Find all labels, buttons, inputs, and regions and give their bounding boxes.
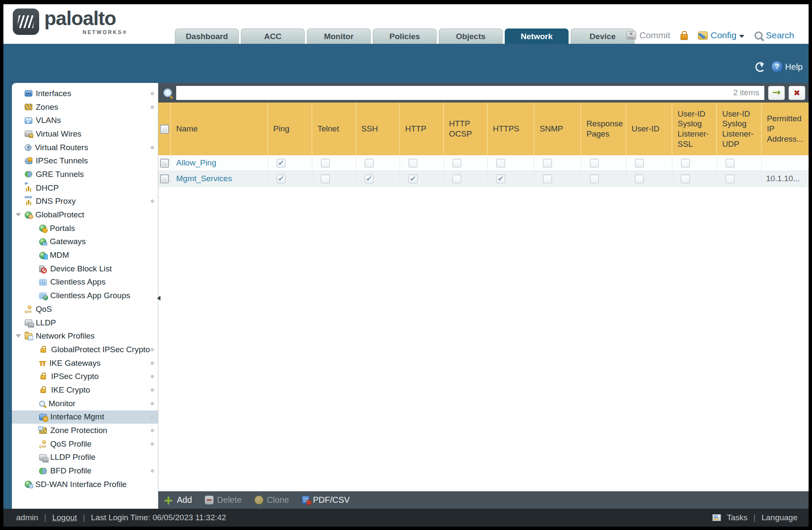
telnet-checkbox[interactable] [321, 174, 330, 183]
sidebar-item-qos[interactable]: QoS [12, 302, 158, 316]
sidebar-item-qos-profile[interactable]: QoS Profile [12, 437, 158, 451]
https-checkbox[interactable] [496, 159, 505, 168]
sidebar-item-zone-protection[interactable]: Zone Protection [12, 424, 158, 437]
tab-monitor[interactable]: Monitor [307, 28, 371, 44]
sidebar-item-vlans[interactable]: VLANs [12, 114, 158, 127]
help-button[interactable]: ? Help [771, 61, 803, 73]
response_pages-checkbox[interactable] [590, 159, 599, 168]
ssh-checkbox[interactable] [365, 159, 374, 168]
sidebar-item-globalprotect-ipsec-crypto[interactable]: GlobalProtect IPSec Crypto [12, 343, 158, 356]
sidebar-item-dhcp[interactable]: DHCP [12, 181, 158, 195]
column-header-name[interactable]: Name [171, 103, 268, 155]
sidebar-collapse-arrow[interactable] [157, 296, 160, 301]
sidebar-item-sd-wan-interface-profile[interactable]: SD-WAN Interface Profile [12, 478, 158, 491]
column-header-response_pages[interactable]: Response Pages [581, 103, 626, 155]
ssh-checkbox[interactable] [365, 174, 374, 183]
clone-button[interactable]: Clone [254, 495, 289, 505]
column-header-telnet[interactable]: Telnet [312, 103, 356, 155]
sidebar-item-virtual-routers[interactable]: Virtual Routers [12, 141, 158, 154]
uid_syslog_ssl-checkbox[interactable] [681, 159, 690, 168]
column-header-uid_syslog_udp[interactable]: User-ID Syslog Listener-UDP [717, 103, 762, 155]
https-checkbox[interactable] [496, 174, 505, 183]
sidebar-item-clientless-apps[interactable]: Clientless Apps [12, 276, 158, 289]
tab-policies[interactable]: Policies [373, 28, 437, 44]
expand-arrow-icon[interactable] [16, 213, 21, 217]
column-header-ping[interactable]: Ping [268, 103, 312, 155]
config-menu-button[interactable]: Config [698, 30, 745, 40]
sidebar-item-globalprotect[interactable]: GlobalProtect [12, 208, 158, 222]
row-select-checkbox[interactable] [160, 159, 169, 168]
tab-network[interactable]: Network [505, 28, 569, 44]
snmp-checkbox[interactable] [543, 159, 552, 168]
column-header-http[interactable]: HTTP [400, 103, 444, 155]
column-header-user_id[interactable]: User-ID [626, 103, 672, 155]
column-header-select[interactable] [158, 103, 171, 155]
tab-device[interactable]: Device [571, 28, 635, 44]
snmp-checkbox[interactable] [543, 174, 552, 183]
user_id-checkbox[interactable] [635, 159, 644, 168]
response_pages-checkbox[interactable] [590, 174, 599, 183]
ping-checkbox[interactable] [277, 174, 286, 183]
sidebar-item-ipsec-tunnels[interactable]: IPSec Tunnels [12, 154, 158, 168]
refresh-icon[interactable] [755, 62, 765, 72]
uid_syslog_ssl-checkbox[interactable] [681, 174, 690, 183]
sidebar-item-gateways[interactable]: Gateways [12, 235, 158, 249]
global-search-button[interactable]: Search [755, 30, 794, 40]
sidebar-item-interface-mgmt[interactable]: Interface Mgmt [12, 410, 158, 424]
sidebar: InterfacesZonesVLANsVirtual WiresVirtual… [12, 83, 158, 509]
tasks-icon [712, 514, 721, 521]
config-lock-button[interactable] [680, 31, 688, 40]
telnet-checkbox[interactable] [321, 159, 330, 168]
column-header-https[interactable]: HTTPS [488, 103, 535, 155]
select-all-checkbox[interactable] [160, 125, 169, 134]
sidebar-item-device-block-list[interactable]: Device Block List [12, 262, 158, 276]
status-footer: admin | Logout | Last Login Time: 06/05/… [3, 509, 809, 527]
uid_syslog_udp-checkbox[interactable] [726, 159, 735, 168]
delete-button[interactable]: Delete [205, 495, 242, 505]
pdf-csv-button[interactable]: PDF/CSV [302, 495, 350, 505]
sidebar-item-virtual-wires[interactable]: Virtual Wires [12, 127, 158, 141]
profile-name-link[interactable]: Mgmt_Services [171, 174, 232, 183]
sidebar-item-bfd-profile[interactable]: BFD Profile [12, 464, 158, 478]
profile-name-link[interactable]: Allow_Ping [171, 158, 216, 168]
add-button[interactable]: + Add [163, 495, 192, 505]
sidebar-item-portals[interactable]: Portals [12, 222, 158, 235]
clear-filter-button[interactable]: ✖ [789, 86, 805, 100]
sidebar-item-interfaces[interactable]: Interfaces [12, 87, 158, 100]
commit-button[interactable]: Commit [626, 30, 670, 40]
sidebar-item-monitor[interactable]: Monitor [12, 397, 158, 410]
sidebar-item-mdm[interactable]: MDM [12, 248, 158, 262]
logout-link[interactable]: Logout [52, 513, 77, 522]
column-header-ssh[interactable]: SSH [356, 103, 400, 155]
column-header-permitted_ip[interactable]: Permitted IP Address... [762, 103, 809, 155]
tab-objects[interactable]: Objects [439, 28, 503, 44]
ping-checkbox[interactable] [277, 159, 286, 168]
column-header-uid_syslog_ssl[interactable]: User-ID Syslog Listener-SSL [672, 103, 717, 155]
tab-dashboard[interactable]: Dashboard [175, 28, 239, 44]
filter-search-input[interactable] [176, 86, 764, 100]
sidebar-item-dns-proxy[interactable]: DNS Proxy [12, 195, 158, 208]
http_ocsp-checkbox[interactable] [452, 159, 461, 168]
sidebar-item-ike-gateways[interactable]: IKE Gateways [12, 356, 158, 370]
sidebar-item-zones[interactable]: Zones [12, 100, 158, 114]
language-link[interactable]: Language [761, 513, 798, 522]
sidebar-item-lldp[interactable]: LLDP [12, 316, 158, 330]
tasks-link[interactable]: Tasks [727, 513, 748, 522]
tab-acc[interactable]: ACC [241, 28, 305, 44]
column-header-http_ocsp[interactable]: HTTP OCSP [444, 103, 488, 155]
uid_syslog_udp-checkbox[interactable] [726, 174, 735, 183]
column-header-snmp[interactable]: SNMP [535, 103, 581, 155]
apply-filter-button[interactable]: → [768, 86, 785, 100]
expand-arrow-icon[interactable] [16, 334, 21, 338]
sidebar-item-ipsec-crypto[interactable]: IPSec Crypto [12, 370, 158, 383]
sidebar-item-network-profiles[interactable]: Network Profiles [12, 329, 158, 343]
http_ocsp-checkbox[interactable] [452, 174, 461, 183]
sidebar-item-ike-crypto[interactable]: IKE Crypto [12, 383, 158, 397]
sidebar-item-clientless-app-groups[interactable]: Clientless App Groups [12, 289, 158, 302]
row-select-checkbox[interactable] [160, 174, 169, 183]
sidebar-item-gre-tunnels[interactable]: GRE Tunnels [12, 168, 158, 181]
sidebar-item-lldp-profile[interactable]: LLDP Profile [12, 451, 158, 464]
http-checkbox[interactable] [409, 159, 417, 168]
http-checkbox[interactable] [409, 174, 417, 183]
user_id-checkbox[interactable] [635, 174, 644, 183]
